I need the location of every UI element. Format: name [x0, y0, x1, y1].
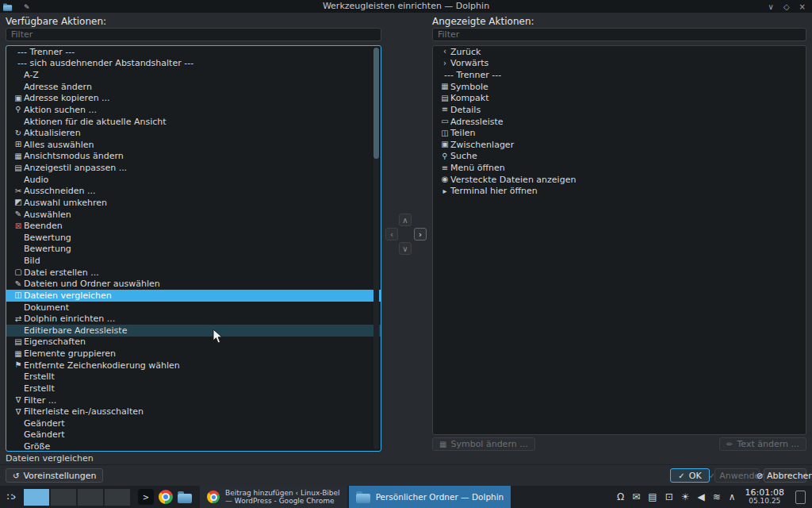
desktop-4[interactable]: [105, 489, 130, 506]
action-item[interactable]: ▤Anzeigestil anpassen ...: [6, 162, 381, 174]
action-item[interactable]: ◉Versteckte Dateien anzeigen: [433, 174, 806, 186]
action-item[interactable]: Bewertung: [6, 244, 381, 256]
cancel-button[interactable]: ⊘ Abbrechen: [764, 468, 806, 483]
display-icon[interactable]: ⊡: [665, 492, 673, 502]
action-item[interactable]: ∇Filter ...: [6, 394, 381, 406]
shown-actions-list[interactable]: ‹Zurück›Vorwärts--- Trenner ---▦Symbole▤…: [432, 45, 806, 435]
action-item[interactable]: ⚲Suche: [433, 151, 806, 163]
copy-address-icon: ▣: [13, 93, 24, 104]
maximize-button[interactable]: ◇: [783, 2, 790, 11]
desktop-3[interactable]: [78, 489, 103, 506]
clock[interactable]: 16:01:08 05.10.25: [745, 488, 784, 506]
action-item[interactable]: ▣Zwischenlager: [433, 139, 806, 151]
action-item[interactable]: Bewertung: [6, 232, 381, 244]
taskbar-task-active[interactable]: Persönlicher Ordner — Dolphin: [349, 486, 511, 508]
action-item[interactable]: ⊠Beenden: [6, 220, 381, 232]
taskbar-task[interactable]: Beitrag hinzufügen ‹ Linux-Bibel— WordPr…: [200, 486, 347, 508]
action-item[interactable]: ◩Auswahl umkehren: [6, 197, 381, 209]
action-item[interactable]: ⚲Aktion suchen ...: [6, 104, 381, 116]
window-titlebar[interactable]: ✎ Werkzeugleisten einrichten — Dolphin ∨…: [0, 0, 812, 13]
action-item[interactable]: ∇Filterleiste ein-/ausschalten: [6, 406, 381, 418]
open-menu-icon: ≡: [439, 163, 450, 174]
action-item[interactable]: ▣Adresse kopieren ...: [6, 93, 381, 105]
action-item[interactable]: Geändert: [6, 418, 381, 429]
action-item[interactable]: ◫Dateien vergleichen: [6, 290, 381, 302]
action-item[interactable]: Audio: [6, 174, 381, 186]
separator-item[interactable]: --- Trenner ---: [6, 46, 381, 58]
desktop-1[interactable]: [24, 489, 49, 506]
clipboard-icon[interactable]: ▤: [648, 492, 657, 502]
wifi-icon[interactable]: ≋: [713, 492, 721, 502]
apply-button[interactable]: ✓ Anwenden: [714, 468, 760, 483]
search-icon: ⚲: [13, 104, 24, 115]
move-up-button[interactable]: ∧: [399, 214, 412, 226]
invert-selection-icon: ◩: [13, 197, 24, 208]
move-down-button[interactable]: ∨: [399, 242, 412, 255]
action-item[interactable]: ›Vorwärts: [433, 58, 806, 70]
action-item[interactable]: ▦Symbole: [433, 81, 806, 93]
volume-icon[interactable]: ◀: [698, 492, 705, 502]
group-items-icon: ▦: [13, 348, 24, 360]
action-item[interactable]: ▤Kompakt: [433, 93, 806, 105]
action-item[interactable]: Erstellt: [6, 371, 381, 383]
kdeconnect-icon[interactable]: Ω: [617, 492, 624, 502]
ok-button[interactable]: ✓ OK: [670, 468, 710, 483]
action-label: Bewertung: [24, 233, 71, 243]
defaults-label: Voreinstellungen: [23, 471, 96, 481]
action-item[interactable]: ‹Zurück: [433, 46, 806, 58]
action-item[interactable]: ⇄Dolphin einrichten ...: [6, 313, 381, 325]
properties-icon: ▤: [13, 337, 24, 348]
expand-tray-icon[interactable]: ∧: [729, 492, 736, 502]
action-item[interactable]: Bild: [6, 255, 381, 267]
action-item[interactable]: Editierbare Adressleiste: [6, 325, 381, 337]
mail-icon[interactable]: ✉: [632, 492, 640, 502]
separator-item[interactable]: --- sich ausdehnender Abstandshalter ---: [6, 58, 381, 70]
action-item[interactable]: ◫Teilen: [433, 127, 806, 139]
show-desktop-button[interactable]: [795, 491, 806, 504]
action-item[interactable]: ▦Elemente gruppieren: [6, 348, 381, 360]
app-launcher-icon[interactable]: ∷›: [0, 491, 22, 502]
action-item[interactable]: ✂Ausschneiden ...: [6, 186, 381, 198]
action-label: Filter ...: [24, 395, 56, 406]
action-item[interactable]: ▭Adressleiste: [433, 116, 806, 128]
scrollbar-handle[interactable]: [373, 48, 379, 159]
konsole-icon[interactable]: >: [138, 489, 154, 505]
select-files-folders-icon: ✎: [13, 279, 24, 290]
action-item[interactable]: Dokument: [6, 302, 381, 314]
change-icon-button[interactable]: ▦ Symbol ändern ...: [432, 437, 535, 451]
action-item[interactable]: ≡Menü öffnen: [433, 162, 806, 174]
action-item[interactable]: ↻Aktualisieren: [6, 127, 381, 139]
dolphin-icon[interactable]: [178, 494, 192, 503]
defaults-button[interactable]: ↺ Voreinstellungen: [6, 468, 103, 483]
action-item[interactable]: Aktionen für die aktuelle Ansicht: [6, 116, 381, 128]
action-item[interactable]: ▢Datei erstellen ...: [6, 267, 381, 279]
shown-filter-input[interactable]: [432, 28, 806, 41]
move-right-button[interactable]: ›: [414, 228, 427, 241]
desktop-2[interactable]: [51, 489, 76, 506]
action-item[interactable]: ▸Terminal hier öffnen: [433, 186, 806, 198]
change-text-button[interactable]: ✏ Text ändern ...: [719, 437, 806, 451]
separator-item[interactable]: --- Trenner ---: [433, 69, 806, 81]
action-item[interactable]: Geändert: [6, 429, 381, 441]
action-item[interactable]: ≡Details: [433, 104, 806, 116]
action-item[interactable]: ▤Eigenschaften: [6, 337, 381, 348]
action-item[interactable]: Größe: [6, 441, 381, 452]
action-item[interactable]: ✎Auswählen: [6, 209, 381, 221]
virtual-desktop-pager[interactable]: [24, 489, 130, 506]
action-item[interactable]: ▦Ansichtsmodus ändern: [6, 151, 381, 163]
action-item[interactable]: ⚑Entfernte Zeichenkodierung wählen: [6, 360, 381, 371]
hidden-files-icon: ◉: [439, 174, 450, 185]
action-item[interactable]: Adresse ändern: [6, 81, 381, 93]
action-label: Entfernte Zeichenkodierung wählen: [24, 360, 180, 371]
available-actions-list[interactable]: --- Trenner ------ sich ausdehnender Abs…: [6, 45, 381, 452]
action-item[interactable]: ✎Dateien und Ordner auswählen: [6, 279, 381, 291]
available-filter-input[interactable]: [6, 28, 381, 41]
brightness-icon[interactable]: ☀: [681, 492, 690, 502]
action-item[interactable]: Erstellt: [6, 383, 381, 394]
action-item[interactable]: A-Z: [6, 69, 381, 81]
close-button[interactable]: ×: [799, 2, 806, 11]
move-left-button[interactable]: ‹: [385, 228, 398, 241]
chrome-icon[interactable]: [159, 490, 173, 504]
minimize-button[interactable]: ∨: [768, 2, 774, 11]
action-item[interactable]: ⊞Alles auswählen: [6, 139, 381, 151]
